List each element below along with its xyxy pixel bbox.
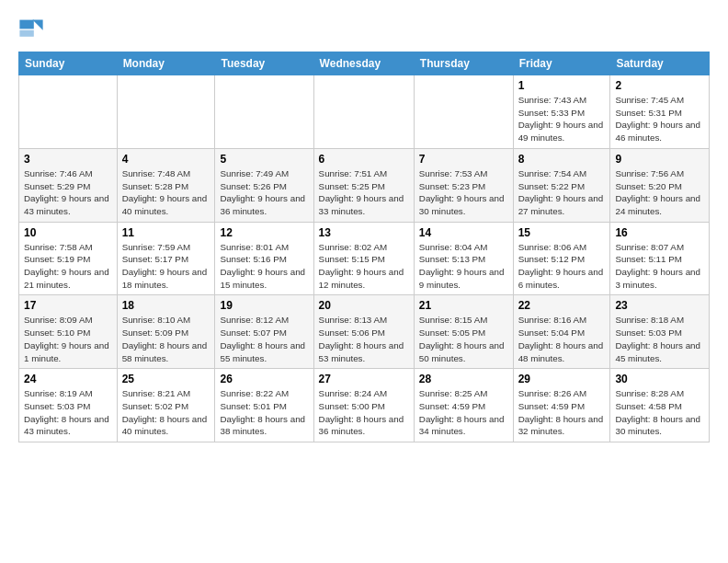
calendar-cell: 17Sunrise: 8:09 AM Sunset: 5:10 PM Dayli…: [19, 295, 118, 369]
day-info: Sunrise: 7:51 AM Sunset: 5:25 PM Dayligh…: [319, 167, 409, 218]
day-info: Sunrise: 7:49 AM Sunset: 5:26 PM Dayligh…: [220, 167, 308, 218]
day-info: Sunrise: 8:10 AM Sunset: 5:09 PM Dayligh…: [122, 314, 210, 364]
calendar-cell: 27Sunrise: 8:24 AM Sunset: 5:00 PM Dayli…: [313, 369, 414, 442]
day-number: 2: [615, 79, 704, 92]
day-number: 3: [24, 153, 112, 166]
weekday-header-wednesday: Wednesday: [313, 52, 414, 75]
day-info: Sunrise: 7:53 AM Sunset: 5:23 PM Dayligh…: [419, 167, 508, 218]
calendar-cell: 14Sunrise: 8:04 AM Sunset: 5:13 PM Dayli…: [414, 222, 513, 295]
day-info: Sunrise: 7:43 AM Sunset: 5:33 PM Dayligh…: [518, 94, 606, 144]
day-number: 16: [615, 226, 704, 239]
calendar-cell: 24Sunrise: 8:19 AM Sunset: 5:03 PM Dayli…: [19, 369, 118, 442]
calendar-cell: 12Sunrise: 8:01 AM Sunset: 5:16 PM Dayli…: [215, 222, 313, 295]
day-info: Sunrise: 8:22 AM Sunset: 5:01 PM Dayligh…: [220, 387, 308, 438]
calendar-cell: 30Sunrise: 8:28 AM Sunset: 4:58 PM Dayli…: [610, 369, 710, 442]
calendar-week-0: 1Sunrise: 7:43 AM Sunset: 5:33 PM Daylig…: [19, 75, 710, 149]
day-info: Sunrise: 8:25 AM Sunset: 4:59 PM Dayligh…: [419, 387, 508, 438]
calendar-cell: 13Sunrise: 8:02 AM Sunset: 5:15 PM Dayli…: [313, 222, 414, 295]
day-number: 13: [319, 226, 409, 239]
day-number: 11: [122, 226, 210, 239]
day-number: 18: [122, 299, 210, 312]
day-number: 26: [220, 373, 308, 385]
svg-rect-2: [19, 20, 33, 29]
day-number: 29: [518, 373, 606, 385]
day-info: Sunrise: 8:21 AM Sunset: 5:02 PM Dayligh…: [122, 387, 210, 438]
calendar-cell: 23Sunrise: 8:18 AM Sunset: 5:03 PM Dayli…: [610, 295, 710, 369]
calendar-table: SundayMondayTuesdayWednesdayThursdayFrid…: [18, 52, 710, 442]
day-info: Sunrise: 8:07 AM Sunset: 5:11 PM Dayligh…: [615, 241, 704, 292]
day-number: 19: [220, 299, 308, 312]
day-info: Sunrise: 7:59 AM Sunset: 5:17 PM Dayligh…: [122, 241, 210, 292]
day-number: 24: [24, 373, 112, 385]
calendar-cell: 18Sunrise: 8:10 AM Sunset: 5:09 PM Dayli…: [117, 295, 215, 369]
day-number: 21: [419, 299, 508, 312]
weekday-header-sunday: Sunday: [19, 52, 118, 75]
day-info: Sunrise: 8:16 AM Sunset: 5:04 PM Dayligh…: [518, 314, 606, 364]
day-number: 6: [319, 153, 409, 166]
weekday-header-saturday: Saturday: [610, 52, 710, 75]
calendar-cell: 29Sunrise: 8:26 AM Sunset: 4:59 PM Dayli…: [513, 369, 610, 442]
day-info: Sunrise: 7:54 AM Sunset: 5:22 PM Dayligh…: [518, 167, 606, 218]
calendar-cell: [215, 75, 313, 149]
page: SundayMondayTuesdayWednesdayThursdayFrid…: [0, 0, 728, 563]
calendar-cell: 3Sunrise: 7:46 AM Sunset: 5:29 PM Daylig…: [19, 148, 118, 222]
day-number: 17: [24, 299, 112, 312]
calendar-cell: 2Sunrise: 7:45 AM Sunset: 5:31 PM Daylig…: [610, 75, 710, 149]
calendar-cell: 10Sunrise: 7:58 AM Sunset: 5:19 PM Dayli…: [19, 222, 118, 295]
calendar-cell: 26Sunrise: 8:22 AM Sunset: 5:01 PM Dayli…: [215, 369, 313, 442]
calendar-week-1: 3Sunrise: 7:46 AM Sunset: 5:29 PM Daylig…: [19, 148, 710, 222]
day-info: Sunrise: 8:18 AM Sunset: 5:03 PM Dayligh…: [615, 314, 704, 364]
calendar-cell: 6Sunrise: 7:51 AM Sunset: 5:25 PM Daylig…: [313, 148, 414, 222]
logo: [18, 15, 48, 40]
calendar-cell: [19, 75, 118, 149]
day-info: Sunrise: 8:04 AM Sunset: 5:13 PM Dayligh…: [419, 241, 508, 292]
svg-rect-3: [19, 30, 33, 37]
day-info: Sunrise: 7:58 AM Sunset: 5:19 PM Dayligh…: [24, 241, 112, 292]
calendar-cell: [117, 75, 215, 149]
calendar-cell: 4Sunrise: 7:48 AM Sunset: 5:28 PM Daylig…: [117, 148, 215, 222]
day-number: 28: [419, 373, 508, 385]
calendar-cell: 19Sunrise: 8:12 AM Sunset: 5:07 PM Dayli…: [215, 295, 313, 369]
day-info: Sunrise: 8:02 AM Sunset: 5:15 PM Dayligh…: [319, 241, 409, 292]
day-number: 14: [419, 226, 508, 239]
calendar-cell: 9Sunrise: 7:56 AM Sunset: 5:20 PM Daylig…: [610, 148, 710, 222]
day-number: 27: [319, 373, 409, 385]
weekday-header-friday: Friday: [513, 52, 610, 75]
day-info: Sunrise: 8:06 AM Sunset: 5:12 PM Dayligh…: [518, 241, 606, 292]
day-info: Sunrise: 8:09 AM Sunset: 5:10 PM Dayligh…: [24, 314, 112, 364]
header: [18, 15, 710, 40]
calendar-cell: 21Sunrise: 8:15 AM Sunset: 5:05 PM Dayli…: [414, 295, 513, 369]
calendar-cell: 7Sunrise: 7:53 AM Sunset: 5:23 PM Daylig…: [414, 148, 513, 222]
day-number: 22: [518, 299, 606, 312]
day-number: 20: [319, 299, 409, 312]
day-info: Sunrise: 8:01 AM Sunset: 5:16 PM Dayligh…: [220, 241, 308, 292]
day-info: Sunrise: 7:46 AM Sunset: 5:29 PM Dayligh…: [24, 167, 112, 218]
day-number: 15: [518, 226, 606, 239]
day-number: 30: [615, 373, 704, 385]
day-number: 8: [518, 153, 606, 166]
calendar-week-3: 17Sunrise: 8:09 AM Sunset: 5:10 PM Dayli…: [19, 295, 710, 369]
calendar-cell: 11Sunrise: 7:59 AM Sunset: 5:17 PM Dayli…: [117, 222, 215, 295]
calendar-body: 1Sunrise: 7:43 AM Sunset: 5:33 PM Daylig…: [19, 75, 710, 442]
day-number: 7: [419, 153, 508, 166]
calendar-cell: 1Sunrise: 7:43 AM Sunset: 5:33 PM Daylig…: [513, 75, 610, 149]
calendar-week-4: 24Sunrise: 8:19 AM Sunset: 5:03 PM Dayli…: [19, 369, 710, 442]
day-number: 1: [518, 79, 606, 92]
calendar-cell: 20Sunrise: 8:13 AM Sunset: 5:06 PM Dayli…: [313, 295, 414, 369]
calendar-header: SundayMondayTuesdayWednesdayThursdayFrid…: [19, 52, 710, 75]
weekday-header-row: SundayMondayTuesdayWednesdayThursdayFrid…: [19, 52, 710, 75]
day-number: 5: [220, 153, 308, 166]
calendar-cell: [313, 75, 414, 149]
logo-icon: [18, 15, 44, 40]
calendar-cell: 16Sunrise: 8:07 AM Sunset: 5:11 PM Dayli…: [610, 222, 710, 295]
day-info: Sunrise: 8:13 AM Sunset: 5:06 PM Dayligh…: [319, 314, 409, 364]
day-info: Sunrise: 8:19 AM Sunset: 5:03 PM Dayligh…: [24, 387, 112, 438]
day-number: 10: [24, 226, 112, 239]
calendar-week-2: 10Sunrise: 7:58 AM Sunset: 5:19 PM Dayli…: [19, 222, 710, 295]
calendar-cell: 25Sunrise: 8:21 AM Sunset: 5:02 PM Dayli…: [117, 369, 215, 442]
day-info: Sunrise: 8:12 AM Sunset: 5:07 PM Dayligh…: [220, 314, 308, 364]
calendar-cell: 28Sunrise: 8:25 AM Sunset: 4:59 PM Dayli…: [414, 369, 513, 442]
weekday-header-thursday: Thursday: [414, 52, 513, 75]
weekday-header-monday: Monday: [117, 52, 215, 75]
weekday-header-tuesday: Tuesday: [215, 52, 313, 75]
